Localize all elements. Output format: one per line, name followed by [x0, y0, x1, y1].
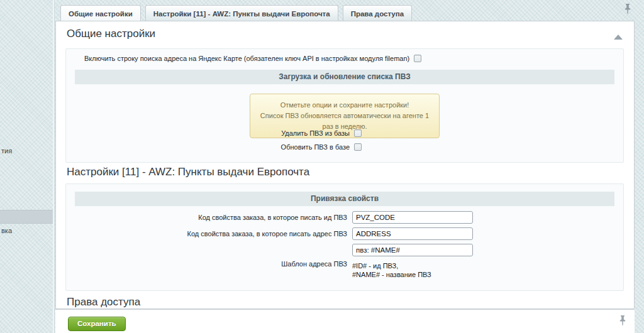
yandex-map-option-label: Включить строку поиска адреса на Яндекс … [84, 55, 409, 62]
pin-icon[interactable] [619, 315, 626, 326]
pvz-id-property-row: Код свойства заказа, в которое писать ид… [66, 211, 473, 224]
sidebar-item-partial[interactable]: вка [1, 227, 12, 234]
section-title-general: Общие настройки [67, 28, 155, 40]
tab-general-settings[interactable]: Общие настройки [60, 5, 141, 21]
pvz-address-property-row: Код свойства заказа, в которое писать ад… [66, 227, 473, 240]
pin-icon[interactable] [624, 4, 631, 14]
sidebar-selected-item[interactable] [0, 210, 53, 224]
settings-panel: Общие настройки Включить строку поиска а… [55, 21, 635, 309]
section-title-module: Настройки [11] - AWZ: Пункты выдачи Евро… [67, 166, 309, 178]
delete-pvz-label: Удалить ПВЗ из базы [281, 129, 350, 137]
address-template-label: Шаблон адреса ПВЗ [66, 260, 347, 268]
sidebar-item-partial[interactable]: тия [1, 147, 12, 155]
pvz-name-template-row [66, 244, 473, 256]
general-settings-box: Включить строку поиска адреса на Яндекс … [65, 48, 624, 163]
yandex-map-option-row: Включить строку поиска адреса на Яндекс … [84, 55, 421, 62]
pvz-address-template-input[interactable] [352, 227, 473, 240]
tab-module-settings[interactable]: Настройки [11] - AWZ: Пункты выдачи Евро… [145, 5, 338, 21]
pvz-id-property-label: Код свойства заказа, в которое писать ид… [66, 214, 347, 221]
collapse-section-icon[interactable] [614, 35, 623, 40]
group-header-pvz-update: Загрузка и обновление списка ПВЗ [75, 70, 614, 84]
section-title-rights: Права доступа [67, 296, 140, 308]
delete-pvz-checkbox[interactable] [354, 129, 362, 137]
save-button[interactable]: Сохранить [68, 317, 126, 331]
sidebar: тия вка [0, 0, 53, 333]
yandex-map-checkbox[interactable] [414, 55, 421, 62]
update-pvz-row: Обновить ПВЗ в базе [66, 143, 362, 151]
update-pvz-checkbox[interactable] [354, 143, 362, 151]
tab-access-rights[interactable]: Права доступа [343, 5, 412, 21]
pvz-address-property-label: Код свойства заказа, в которое писать ад… [66, 230, 347, 237]
delete-pvz-row: Удалить ПВЗ из базы [66, 129, 362, 137]
module-settings-box: Привязка свойств Код свойства заказа, в … [65, 183, 624, 291]
pvz-id-property-input[interactable] [352, 211, 473, 224]
update-pvz-label: Обновить ПВЗ в базе [281, 143, 350, 151]
hint-line: #ID# - ид ПВЗ, [352, 261, 431, 270]
notice-line: Список ПВЗ обновляется автоматически на … [257, 111, 433, 132]
footer-bar: Сохранить [55, 309, 635, 333]
notice-line: Отметьте опции и сохраните настройки! [257, 100, 433, 111]
address-template-row: Шаблон адреса ПВЗ #ID# - ид ПВЗ, #NAME# … [66, 260, 431, 279]
settings-tabs: Общие настройки Настройки [11] - AWZ: Пу… [60, 5, 412, 21]
page: тия вка Общие настройки Настройки [11] -… [0, 0, 644, 333]
pvz-name-template-input[interactable] [352, 244, 473, 256]
group-header-property-binding: Привязка свойств [75, 192, 614, 206]
address-template-hint: #ID# - ид ПВЗ, #NAME# - название ПВЗ [352, 260, 431, 279]
hint-line: #NAME# - название ПВЗ [352, 270, 431, 279]
sidebar-resize-handle[interactable] [53, 0, 55, 333]
